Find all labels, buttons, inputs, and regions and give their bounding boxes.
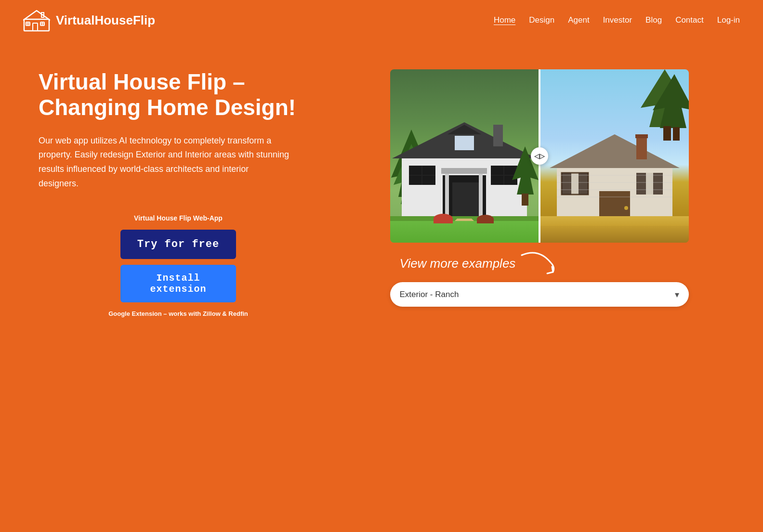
divider-arrows-icon: ◁▷ xyxy=(534,152,545,160)
nav-links: Home Design Agent Investor Blog Contact … xyxy=(494,15,740,25)
svg-rect-19 xyxy=(452,182,479,219)
nav-login[interactable]: Log-in xyxy=(717,15,740,25)
svg-rect-27 xyxy=(479,170,483,219)
logo-link[interactable]: VirtualHouseFlip xyxy=(23,9,155,32)
svg-rect-44 xyxy=(579,173,588,195)
svg-rect-40 xyxy=(635,134,648,138)
after-panel xyxy=(390,69,539,243)
svg-rect-32 xyxy=(522,194,528,206)
nav-home[interactable]: Home xyxy=(494,15,515,25)
examples-label: View more examples xyxy=(400,256,516,271)
divider-toggle[interactable]: ◁▷ xyxy=(531,147,548,165)
nav-design[interactable]: Design xyxy=(529,15,554,25)
hero-right: ◁▷ xyxy=(354,69,724,307)
svg-rect-15 xyxy=(455,136,474,150)
dropdown-wrapper: Exterior - Ranch Exterior - Colonial Ext… xyxy=(390,282,689,307)
logo-text: VirtualHouseFlip xyxy=(56,13,155,28)
svg-point-49 xyxy=(624,206,628,210)
nav-agent[interactable]: Agent xyxy=(568,15,589,25)
nav-contact[interactable]: Contact xyxy=(675,15,704,25)
extension-note: Google Extension – works with Zillow & R… xyxy=(108,310,248,317)
house-before-svg xyxy=(547,120,682,226)
logo-icon xyxy=(23,9,50,32)
svg-rect-17 xyxy=(493,125,503,146)
navbar: VirtualHouseFlip Home Design Agent Inves… xyxy=(0,0,763,40)
cta-section: Virtual House Flip Web-App Try for free … xyxy=(39,214,318,317)
cta-label: Virtual House Flip Web-App xyxy=(134,214,223,222)
hero-heading: Virtual House Flip – Changing Home Desig… xyxy=(39,69,318,120)
svg-rect-46 xyxy=(636,173,646,195)
svg-rect-47 xyxy=(653,173,663,195)
before-after-divider: ◁▷ xyxy=(539,69,540,243)
svg-rect-1 xyxy=(33,23,38,31)
view-more-examples-area: View more examples xyxy=(390,250,689,274)
svg-marker-38 xyxy=(550,134,680,168)
svg-rect-28 xyxy=(441,168,487,174)
install-extension-button[interactable]: Installextension xyxy=(120,265,236,302)
svg-rect-43 xyxy=(562,173,571,195)
before-panel xyxy=(540,69,689,243)
nav-blog[interactable]: Blog xyxy=(645,15,662,25)
before-after-container: ◁▷ xyxy=(390,69,689,243)
svg-rect-26 xyxy=(445,170,449,219)
nav-investor[interactable]: Investor xyxy=(603,15,632,25)
hero-description: Our web app utilizes AI technology to co… xyxy=(39,134,289,191)
hero-section: Virtual House Flip – Changing Home Desig… xyxy=(0,40,763,346)
hero-left: Virtual House Flip – Changing Home Desig… xyxy=(39,69,318,317)
try-for-free-button[interactable]: Try for free xyxy=(120,230,236,259)
examples-dropdown[interactable]: Exterior - Ranch Exterior - Colonial Ext… xyxy=(390,282,689,307)
svg-rect-39 xyxy=(636,135,647,159)
swoosh-arrow-icon xyxy=(519,250,558,274)
examples-dropdown-container: Exterior - Ranch Exterior - Colonial Ext… xyxy=(390,282,689,307)
